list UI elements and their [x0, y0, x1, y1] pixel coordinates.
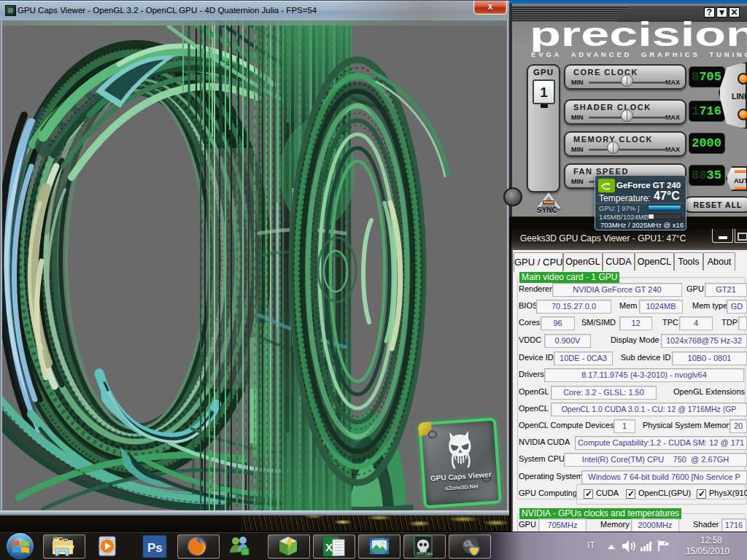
svg-text:X: X — [325, 541, 333, 553]
svg-text:GPU Caps: GPU Caps — [417, 552, 433, 556]
svg-text:precision: precision — [530, 18, 747, 52]
svg-text:Ps: Ps — [147, 541, 163, 555]
